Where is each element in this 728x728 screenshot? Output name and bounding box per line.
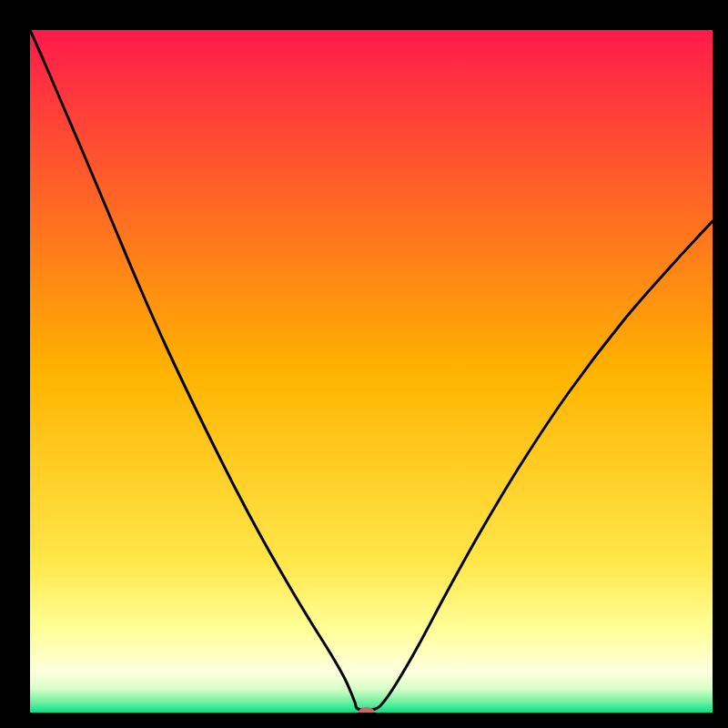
frame-border — [713, 0, 728, 728]
frame-border — [0, 713, 728, 728]
frame-border — [0, 0, 30, 728]
frame-border — [0, 0, 728, 30]
plot-background — [30, 30, 713, 713]
chart-frame: TheBottleneck.com — [0, 0, 728, 728]
bottleneck-chart — [0, 0, 728, 728]
